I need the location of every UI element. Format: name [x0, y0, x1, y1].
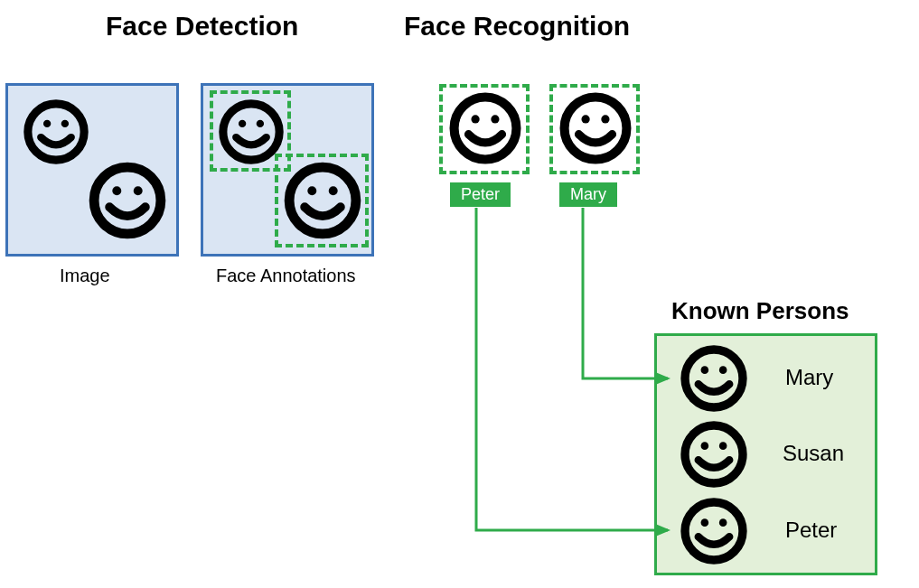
arrow-mary — [0, 0, 919, 588]
